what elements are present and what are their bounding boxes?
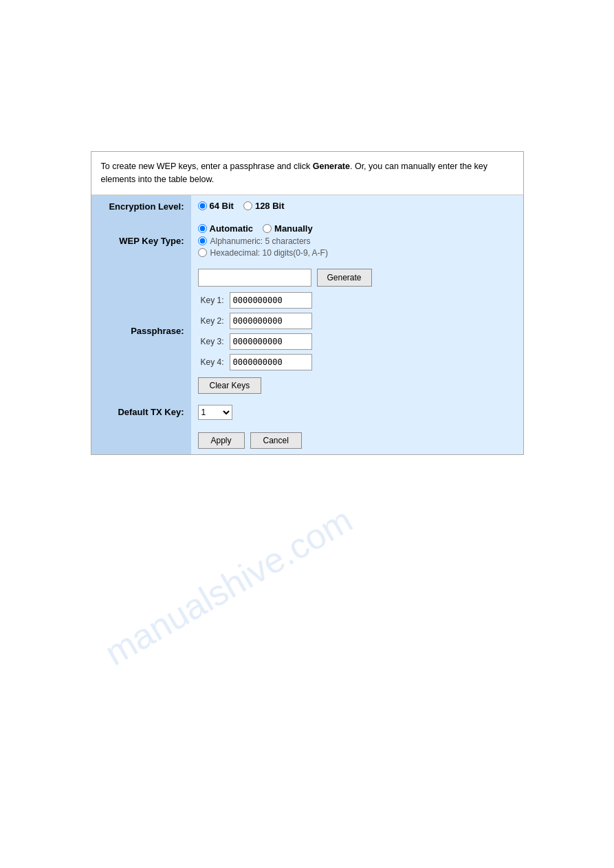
- hexadecimal-label[interactable]: Hexadecimal: 10 digits(0-9, A-F): [198, 248, 516, 258]
- info-text: To create new WEP keys, enter a passphra…: [91, 152, 523, 195]
- alphanumeric-text: Alphanumeric: 5 characters: [210, 236, 311, 246]
- generate-button[interactable]: Generate: [317, 269, 372, 287]
- wep-key-type-row: WEP Key Type: Automatic Manually Alp: [91, 218, 523, 263]
- wep-key-type-label: WEP Key Type:: [91, 218, 191, 263]
- automatic-text: Automatic: [210, 223, 254, 234]
- passphrase-input[interactable]: [198, 269, 311, 287]
- key3-input[interactable]: [230, 333, 312, 350]
- action-buttons-group: Apply Cancel: [198, 432, 516, 449]
- wep-key-type-content: Automatic Manually Alphanumeric: 5 chara…: [191, 218, 523, 263]
- main-panel: To create new WEP keys, enter a passphra…: [91, 151, 524, 455]
- key4-input[interactable]: [230, 354, 312, 370]
- info-bold: Generate: [313, 162, 350, 171]
- manually-text: Manually: [274, 223, 313, 234]
- encryption-64bit-radio[interactable]: [198, 201, 207, 210]
- action-label-empty: [91, 425, 191, 454]
- key1-label: Key 1:: [198, 296, 224, 305]
- action-buttons-row: Apply Cancel: [91, 425, 523, 454]
- key-rows: Key 1: Key 2: Key 3: Key 4:: [198, 292, 516, 370]
- encryption-128bit-label[interactable]: 128 Bit: [243, 201, 285, 211]
- key2-label: Key 2:: [198, 316, 224, 326]
- sub-radio-group: Alphanumeric: 5 characters Hexadecimal: …: [198, 236, 516, 258]
- passphrase-input-row: Generate: [198, 269, 516, 287]
- info-text-before: To create new WEP keys, enter a passphra…: [101, 162, 313, 171]
- default-tx-select[interactable]: 1 2 3 4: [198, 405, 232, 420]
- clear-keys-button[interactable]: Clear Keys: [198, 377, 262, 394]
- key2-row: Key 2:: [198, 313, 516, 329]
- encryption-level-radio-group: 64 Bit 128 Bit: [198, 201, 516, 211]
- form-table: Encryption Level: 64 Bit 128 Bit WEP Key…: [91, 195, 523, 454]
- encryption-level-label: Encryption Level:: [91, 195, 191, 218]
- passphrase-row: Passphrase: Generate Key 1: Key 2:: [91, 263, 523, 399]
- key1-input[interactable]: [230, 292, 312, 309]
- wep-type-radio-group: Automatic Manually: [198, 223, 516, 234]
- key1-row: Key 1:: [198, 292, 516, 309]
- automatic-radio[interactable]: [198, 224, 207, 233]
- encryption-64bit-label[interactable]: 64 Bit: [198, 201, 234, 211]
- passphrase-content: Generate Key 1: Key 2: Key 3:: [191, 263, 523, 399]
- encryption-level-row: Encryption Level: 64 Bit 128 Bit: [91, 195, 523, 218]
- alphanumeric-label[interactable]: Alphanumeric: 5 characters: [198, 236, 516, 246]
- hexadecimal-radio[interactable]: [198, 248, 207, 257]
- action-buttons-content: Apply Cancel: [191, 425, 523, 454]
- encryption-level-content: 64 Bit 128 Bit: [191, 195, 523, 218]
- encryption-128bit-text: 128 Bit: [255, 201, 285, 211]
- key2-input[interactable]: [230, 313, 312, 329]
- alphanumeric-radio[interactable]: [198, 236, 207, 245]
- default-tx-content: 1 2 3 4: [191, 399, 523, 425]
- passphrase-label: Passphrase:: [91, 263, 191, 399]
- key4-row: Key 4:: [198, 354, 516, 370]
- key4-label: Key 4:: [198, 357, 224, 367]
- default-tx-row: Default TX Key: 1 2 3 4: [91, 399, 523, 425]
- key3-row: Key 3:: [198, 333, 516, 350]
- watermark: manualshive.com: [98, 499, 359, 674]
- default-tx-label: Default TX Key:: [91, 399, 191, 425]
- encryption-64bit-text: 64 Bit: [210, 201, 234, 211]
- encryption-128bit-radio[interactable]: [243, 201, 252, 210]
- automatic-label[interactable]: Automatic: [198, 223, 254, 234]
- cancel-button[interactable]: Cancel: [250, 432, 302, 449]
- manually-radio[interactable]: [263, 224, 272, 233]
- key3-label: Key 3:: [198, 337, 224, 346]
- hexadecimal-text: Hexadecimal: 10 digits(0-9, A-F): [210, 248, 328, 258]
- apply-button[interactable]: Apply: [198, 432, 245, 449]
- manually-label[interactable]: Manually: [263, 223, 313, 234]
